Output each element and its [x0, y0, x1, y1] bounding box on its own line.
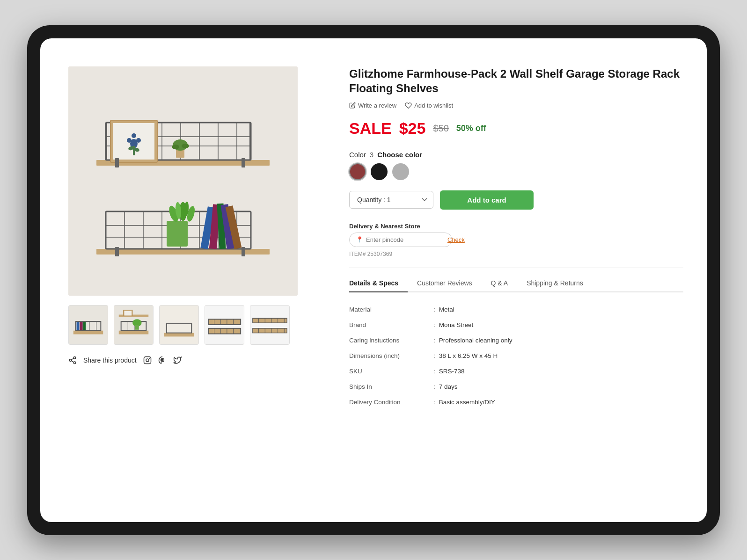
- svg-point-105: [73, 362, 76, 364]
- thumbnail-1[interactable]: [68, 305, 108, 345]
- svg-rect-72: [160, 305, 198, 344]
- svg-rect-76: [209, 319, 241, 325]
- spec-label-brand: Brand: [349, 321, 433, 328]
- twitter-button[interactable]: [173, 356, 182, 364]
- color-swatches: [349, 163, 683, 180]
- svg-line-106: [71, 361, 73, 362]
- right-panel: Glitzhome Farmhouse-Pack 2 Wall Shelf Ga…: [326, 38, 707, 522]
- thumbnail-3[interactable]: [159, 305, 199, 345]
- spec-value-material: Metal: [439, 306, 454, 313]
- svg-rect-82: [209, 328, 241, 334]
- svg-rect-3: [106, 123, 107, 160]
- pincode-row: 📍 Check: [349, 233, 452, 247]
- svg-point-26: [182, 144, 189, 148]
- spec-label-sku: SKU: [349, 368, 433, 375]
- svg-point-103: [73, 356, 76, 359]
- color-label-row: Color 3 Choose color: [349, 151, 683, 159]
- check-link[interactable]: Check: [447, 236, 465, 243]
- svg-rect-108: [144, 356, 151, 364]
- add-to-cart-button[interactable]: Add to card: [440, 190, 534, 210]
- svg-rect-71: [124, 311, 132, 315]
- color-swatch-brown[interactable]: [349, 163, 366, 180]
- choose-color-text: Choose color: [377, 151, 422, 159]
- spec-row-caring: Caring instuctions : Professional cleani…: [349, 333, 683, 348]
- svg-rect-38: [167, 221, 188, 247]
- sale-label: SALE: [349, 119, 392, 138]
- spec-value-caring: Professional cleaning only: [439, 337, 513, 344]
- tab-details-specs[interactable]: Details & Specs: [349, 276, 408, 291]
- svg-point-19: [132, 133, 136, 138]
- thumbnail-5[interactable]: [250, 305, 290, 345]
- spec-label-ships: Ships In: [349, 383, 433, 390]
- spec-row-sku: SKU : SRS-738: [349, 364, 683, 379]
- svg-rect-52: [242, 247, 245, 256]
- svg-rect-50: [242, 158, 245, 167]
- wishlist-link[interactable]: Add to wishlist: [405, 102, 453, 109]
- spec-row-dimensions: Dimensions (inch) : 38 L x 6.25 W x 45 H: [349, 348, 683, 364]
- share-label: Share this product: [83, 356, 137, 364]
- sale-price: $25: [399, 119, 426, 138]
- svg-rect-61: [83, 322, 86, 330]
- svg-point-18: [136, 138, 141, 143]
- pinterest-button[interactable]: [158, 356, 167, 364]
- color-count: 3: [370, 151, 374, 159]
- svg-point-25: [172, 145, 179, 149]
- write-review-link[interactable]: Write a review: [349, 102, 396, 109]
- spec-value-dimensions: 38 L x 6.25 W x 45 H: [439, 352, 498, 359]
- tab-customer-reviews[interactable]: Customer Reviews: [417, 276, 481, 291]
- svg-rect-51: [115, 247, 119, 256]
- spec-value-delivery: Basic assembly/DIY: [439, 399, 495, 406]
- write-review-label: Write a review: [358, 102, 396, 109]
- svg-rect-53: [69, 305, 108, 344]
- spec-row-ships: Ships In : 7 days: [349, 379, 683, 394]
- svg-rect-59: [77, 322, 80, 330]
- price-row: SALE $25 $50 50% off: [349, 119, 683, 138]
- product-title: Glitzhome Farmhouse-Pack 2 Wall Shelf Ga…: [349, 66, 683, 95]
- color-section: Color 3 Choose color: [349, 151, 683, 180]
- delivery-section: Delivery & Nearest Store 📍 Check ITEM# 2…: [349, 223, 683, 257]
- pincode-input[interactable]: [366, 236, 445, 243]
- specs-table: Material : Metal Brand : Mona Street Car…: [349, 302, 683, 410]
- color-label: Color: [349, 151, 366, 159]
- share-button[interactable]: [68, 356, 77, 364]
- svg-line-107: [71, 358, 73, 359]
- svg-rect-68: [135, 325, 139, 329]
- svg-rect-88: [250, 305, 289, 344]
- svg-rect-89: [253, 318, 287, 323]
- tab-qa[interactable]: Q & A: [491, 276, 518, 291]
- tabs-row: Details & Specs Customer Reviews Q & A S…: [349, 276, 683, 292]
- location-icon: 📍: [356, 236, 363, 243]
- original-price: $50: [433, 123, 448, 134]
- spec-value-ships: 7 days: [439, 383, 458, 390]
- svg-point-109: [146, 359, 149, 362]
- spec-value-sku: SRS-738: [439, 368, 465, 375]
- discount-badge: 50% off: [456, 124, 486, 133]
- share-row: Share this product: [68, 356, 307, 364]
- svg-rect-49: [115, 158, 119, 167]
- color-swatch-gray[interactable]: [392, 163, 409, 180]
- svg-rect-0: [68, 66, 298, 296]
- svg-rect-73: [164, 333, 194, 336]
- tab-shipping-returns[interactable]: Shipping & Returns: [527, 276, 593, 291]
- left-panel: Share this product: [40, 38, 326, 522]
- svg-rect-60: [80, 322, 82, 330]
- thumbnails-row: [68, 305, 307, 345]
- pencil-icon: [349, 102, 356, 109]
- delivery-title: Delivery & Nearest Store: [349, 223, 683, 230]
- spec-row-material: Material : Metal: [349, 302, 683, 317]
- svg-point-110: [149, 358, 149, 358]
- svg-rect-96: [253, 328, 287, 333]
- svg-rect-4: [249, 123, 251, 160]
- svg-rect-54: [73, 330, 103, 334]
- spec-row-delivery: Delivery Condition : Basic assembly/DIY: [349, 394, 683, 410]
- color-swatch-black[interactable]: [371, 163, 388, 180]
- meta-row: Write a review Add to wishlist: [349, 102, 683, 109]
- main-product-image: [68, 66, 298, 296]
- svg-point-17: [127, 138, 132, 143]
- tabs-section: Details & Specs Customer Reviews Q & A S…: [349, 268, 683, 410]
- instagram-button[interactable]: [143, 356, 152, 364]
- thumbnail-2[interactable]: [114, 305, 154, 345]
- thumbnail-4[interactable]: [205, 305, 244, 345]
- heart-icon: [405, 102, 412, 109]
- quantity-select[interactable]: Quantity : 1 Quantity : 2 Quantity : 3: [349, 191, 433, 209]
